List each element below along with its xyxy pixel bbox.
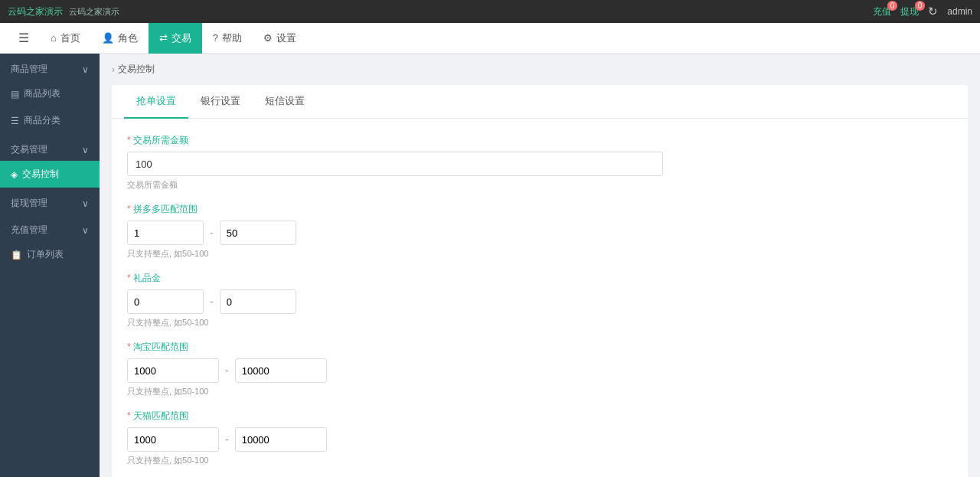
label-taobao-range: 淘宝匹配范围 [127, 341, 952, 354]
hint-pinduoduo: 只支持整点, 如50-100 [127, 248, 952, 260]
range-sep-tianmao: - [225, 433, 229, 446]
sidebar: 商品管理 ∨ ▤ 商品列表 ☰ 商品分类 交易管理 ∨ ◈ 交易控制 提现管理 … [0, 54, 100, 477]
field-tianmao-range: 天猫匹配范围 - 只支持整点, 如50-100 [127, 410, 952, 466]
layout: 商品管理 ∨ ▤ 商品列表 ☰ 商品分类 交易管理 ∨ ◈ 交易控制 提现管理 … [0, 54, 980, 477]
main-nav: ☰ ⌂ 首页 👤 角色 ⇄ 交易 ? 帮助 ⚙ 设置 [0, 23, 980, 54]
settings-icon: ⚙ [263, 32, 273, 44]
range-row-taobao: - [127, 358, 952, 383]
role-icon: 👤 [102, 32, 114, 44]
sidebar-item-order[interactable]: 📋 订单列表 [0, 241, 100, 268]
order-icon: 📋 [11, 250, 22, 260]
category-icon: ☰ [11, 116, 19, 126]
brand-area: 云码之家演示 云码之家演示 [8, 5, 119, 18]
hamburger-button[interactable]: ☰ [8, 31, 40, 45]
list-icon: ▤ [11, 89, 19, 100]
range-sep-taobao: - [225, 364, 229, 377]
explore-button[interactable]: 提现 0 [900, 5, 919, 18]
top-nav-right: 充值 0 提现 0 ↻ admin [873, 5, 972, 18]
field-gift-card: 礼品金 - 只支持整点, 如50-100 [127, 272, 952, 328]
range-sep: - [210, 227, 214, 239]
home-icon: ⌂ [51, 32, 57, 44]
sidebar-group-charge[interactable]: 充值管理 ∨ [0, 214, 100, 241]
input-min-balance[interactable] [127, 152, 663, 176]
input-pinduoduo-max[interactable] [220, 221, 296, 245]
breadcrumb-sep: › [112, 64, 115, 75]
label-pinduoduo-range: 拼多多匹配范围 [127, 203, 952, 216]
breadcrumb-current: 交易控制 [118, 63, 155, 76]
user-label: admin [947, 6, 972, 17]
sidebar-item-trade-control[interactable]: ◈ 交易控制 [0, 161, 100, 188]
top-nav: 云码之家演示 云码之家演示 充值 0 提现 0 ↻ admin [0, 0, 980, 23]
hint-tianmao: 只支持整点, 如50-100 [127, 455, 952, 466]
explore-badge: 0 [915, 1, 926, 11]
range-row-gift: - [127, 289, 952, 314]
hint-min-balance: 交易所需金额 [127, 179, 952, 191]
field-pinduoduo-range: 拼多多匹配范围 - 只支持整点, 如50-100 [127, 203, 952, 260]
range-sep-gift: - [210, 296, 214, 308]
trade-icon: ⇄ [159, 32, 168, 44]
nav-home[interactable]: ⌂ 首页 [40, 23, 91, 54]
chevron-icon: ∨ [82, 64, 89, 75]
recharge-button[interactable]: 充值 0 [873, 5, 891, 18]
input-tianmao-min[interactable] [127, 427, 219, 452]
field-taobao-range: 淘宝匹配范围 - 只支持整点, 如50-100 [127, 341, 952, 397]
input-taobao-min[interactable] [127, 358, 219, 383]
nav-settings[interactable]: ⚙ 设置 [253, 23, 307, 54]
field-min-balance: 交易所需金额 交易所需金额 [127, 134, 952, 191]
input-gift-min[interactable] [127, 289, 204, 314]
input-pinduoduo-min[interactable] [127, 221, 204, 245]
tab-bar: 抢单设置 银行设置 短信设置 [112, 85, 968, 119]
brand-name2: 云码之家演示 [69, 6, 119, 18]
range-row-pinduoduo: - [127, 221, 952, 245]
main-card: 抢单设置 银行设置 短信设置 交易所需金额 交易所需金额 拼多多匹配范围 - [112, 85, 968, 477]
tab-order-settings[interactable]: 抢单设置 [124, 85, 188, 119]
label-min-balance: 交易所需金额 [127, 134, 952, 147]
sidebar-group-product[interactable]: 商品管理 ∨ [0, 54, 100, 80]
nav-role[interactable]: 👤 角色 [91, 23, 149, 54]
sidebar-group-data[interactable]: 提现管理 ∨ [0, 188, 100, 214]
nav-help[interactable]: ? 帮助 [202, 23, 253, 54]
range-row-tianmao: - [127, 427, 952, 452]
hint-gift: 只支持整点, 如50-100 [127, 317, 952, 328]
input-gift-max[interactable] [220, 289, 296, 314]
recharge-badge: 0 [887, 1, 898, 11]
tab-bank-settings[interactable]: 银行设置 [188, 85, 253, 119]
chevron-icon-trade: ∨ [82, 145, 89, 155]
chevron-icon-data: ∨ [82, 198, 89, 209]
label-gift-card: 礼品金 [127, 272, 952, 285]
content-area: › 交易控制 抢单设置 银行设置 短信设置 交易所需金额 交易所需金额 [100, 54, 980, 477]
refresh-button[interactable]: ↻ [928, 5, 938, 18]
sidebar-item-product-list[interactable]: ▤ 商品列表 [0, 80, 100, 107]
help-icon: ? [213, 32, 218, 44]
form-section: 交易所需金额 交易所需金额 拼多多匹配范围 - 只支持整点, 如50-100 [112, 134, 968, 477]
input-taobao-max[interactable] [235, 358, 327, 383]
sidebar-group-trade[interactable]: 交易管理 ∨ [0, 134, 100, 161]
control-icon: ◈ [11, 169, 18, 180]
tab-sms-settings[interactable]: 短信设置 [253, 85, 317, 119]
chevron-icon-charge: ∨ [82, 225, 89, 236]
sidebar-item-product-category[interactable]: ☰ 商品分类 [0, 107, 100, 134]
input-tianmao-max[interactable] [235, 427, 327, 452]
brand-name1: 云码之家演示 [8, 5, 63, 18]
label-tianmao-range: 天猫匹配范围 [127, 410, 952, 423]
hint-taobao: 只支持整点, 如50-100 [127, 386, 952, 397]
nav-trade[interactable]: ⇄ 交易 [149, 23, 202, 54]
breadcrumb: › 交易控制 [112, 63, 968, 76]
